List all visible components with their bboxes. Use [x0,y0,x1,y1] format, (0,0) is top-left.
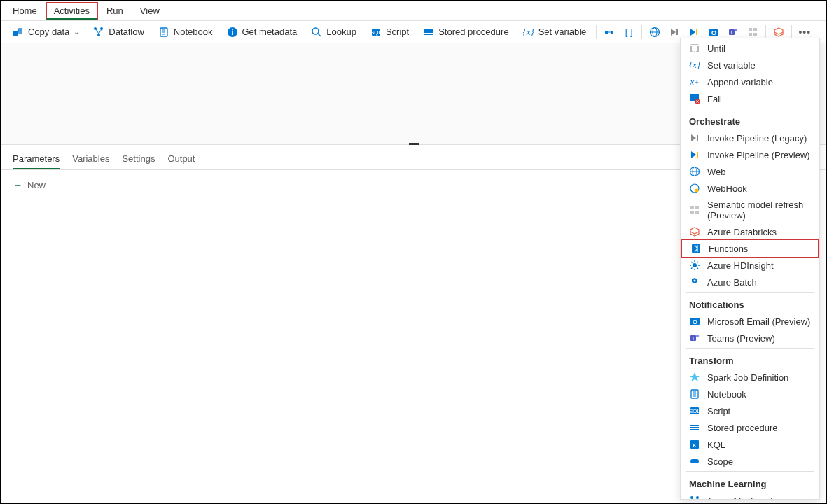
dataflow-button[interactable]: Dataflow [88,24,150,41]
svg-rect-45 [690,206,694,209]
script-button[interactable]: SQL Script [365,24,415,41]
stored-procedure-button[interactable]: Stored procedure [417,24,514,41]
dd-label: Functions [709,244,748,254]
dd-label: Fail [707,94,722,104]
dd-functions[interactable]: Functions [681,239,819,258]
lookup-button[interactable]: Lookup [305,24,362,41]
svg-rect-19 [611,31,613,34]
set-variable-button[interactable]: {x} Set variable [517,24,592,41]
fail-icon [689,93,700,104]
svg-rect-46 [695,206,699,209]
svg-text:SQL: SQL [370,29,382,36]
dd-notebook[interactable]: Notebook [681,386,819,402]
dd-label: Azure Machine Learning [707,496,806,500]
top-tabs: Home Activities Run View [1,1,826,21]
svg-point-11 [312,28,319,34]
invoke-preview-icon [689,149,700,160]
divider [765,25,766,39]
script-icon: SQL [689,405,700,416]
tab-variables[interactable]: Variables [72,149,109,169]
variable-icon: {x} [689,59,700,71]
get-metadata-label: Get metadata [242,27,298,37]
tab-run[interactable]: Run [98,2,132,20]
dd-scope[interactable]: Scope [681,453,819,470]
teams-icon: T [728,27,739,38]
svg-point-4 [97,34,100,36]
set-variable-label: Set variable [538,27,587,37]
svg-rect-39 [697,152,698,158]
tab-parameters[interactable]: Parameters [13,149,60,169]
dd-invoke-pipeline-legacy[interactable]: Invoke Pipeline (Legacy) [681,130,819,146]
append-variable-icon: x+ [689,76,700,88]
svg-rect-63 [690,425,699,426]
dd-microsoft-email[interactable]: O Microsoft Email (Preview) [681,313,819,330]
svg-text:T: T [730,30,734,35]
tab-output[interactable]: Output [167,149,195,169]
divider [686,471,814,472]
dd-label: Semantic model refresh (Preview) [707,200,811,220]
globe-icon [689,166,700,177]
copy-data-button[interactable]: Copy data ⌄ [7,24,85,41]
svg-text:O: O [693,318,697,326]
batch-icon [689,276,700,288]
tab-view[interactable]: View [132,2,168,20]
dd-label: Until [707,43,725,54]
globe-icon [649,27,660,38]
svg-rect-0 [13,31,18,36]
dd-kql[interactable]: K KQL [681,436,819,453]
variable-icon: {x} [523,27,534,38]
teams-icon: T [689,332,700,344]
dd-set-variable[interactable]: {x} Set variable [681,57,819,74]
dd-azure-databricks[interactable]: Azure Databricks [681,223,819,240]
tab-settings[interactable]: Settings [122,149,155,169]
dd-header-notifications: Notifications [681,294,819,313]
svg-rect-33 [749,33,752,36]
tab-home[interactable]: Home [4,2,46,20]
dd-azure-batch[interactable]: Azure Batch [681,274,819,290]
web-icon-button[interactable] [646,24,663,41]
dd-webhook[interactable]: WebHook [681,180,819,197]
resize-handle[interactable] [409,143,419,145]
dd-stored-procedure[interactable]: Stored procedure [681,419,819,436]
dd-fail[interactable]: Fail [681,90,819,107]
dd-azure-ml[interactable]: Azure Machine Learning [681,492,819,500]
dd-label: Script [707,406,730,416]
dd-append-variable[interactable]: x+ Append variable [681,74,819,90]
dd-header-ml: Machine Learning [681,473,819,492]
divider [791,25,792,39]
get-metadata-button[interactable]: i Get metadata [221,24,303,41]
svg-rect-47 [690,211,694,214]
svg-point-50 [693,263,697,267]
webhook-icon [689,183,700,194]
notebook-button[interactable]: Notebook [153,24,218,41]
svg-rect-38 [697,135,698,141]
notebook-label: Notebook [174,27,213,37]
copy-data-label: Copy data [28,27,69,37]
dd-script[interactable]: SQL Script [681,402,819,419]
script-icon: SQL [370,27,382,38]
dd-azure-hdinsight[interactable]: Azure HDInsight [681,257,819,274]
dd-semantic-refresh[interactable]: Semantic model refresh (Preview) [681,197,819,223]
new-parameter-button[interactable]: ＋ New [13,178,46,192]
svg-point-44 [695,189,699,192]
dd-label: Invoke Pipeline (Legacy) [707,133,807,144]
svg-point-51 [694,280,696,282]
dd-label: Teams (Preview) [707,333,775,344]
dd-until[interactable]: Until [681,40,819,57]
dd-web[interactable]: Web [681,163,819,180]
dd-spark-job[interactable]: Spark Job Definition [681,369,819,386]
dd-teams[interactable]: T Teams (Preview) [681,330,819,346]
tab-activities[interactable]: Activities [46,2,98,20]
bracket-icon-button[interactable]: [ ] [620,24,637,41]
notebook-icon [158,27,169,38]
dd-invoke-pipeline-preview[interactable]: Invoke Pipeline (Preview) [681,146,819,163]
svg-rect-34 [753,33,757,36]
activities-dropdown: Until {x} Set variable x+ Append variabl… [680,38,820,500]
pipeline-icon-button[interactable] [601,24,618,41]
databricks-icon [773,27,784,38]
dd-label: Web [707,167,726,177]
scope-icon [689,456,700,467]
dd-label: Scope [707,456,733,467]
svg-rect-24 [676,29,678,35]
dd-label: Stored procedure [707,423,777,433]
